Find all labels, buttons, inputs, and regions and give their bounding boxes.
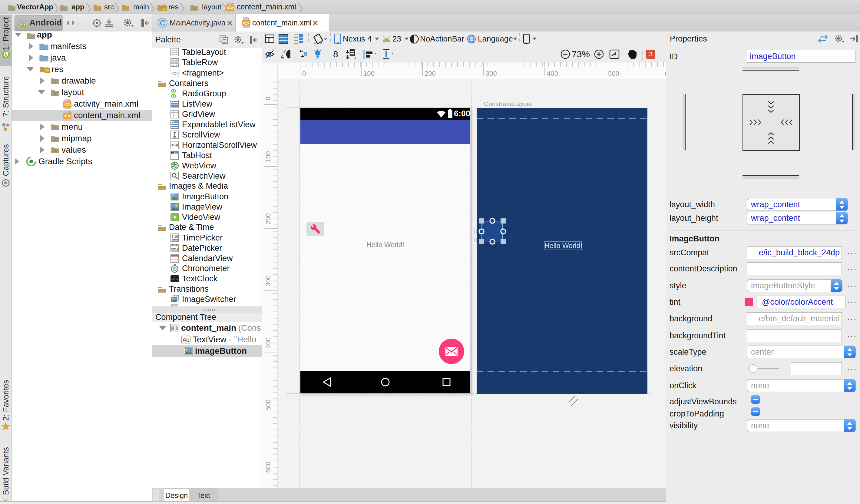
svg-text:<>: <> <box>64 113 71 119</box>
svg-text:C: C <box>160 19 165 27</box>
svg-text:8:10: 8:10 <box>171 235 178 239</box>
svg-text:<>: <> <box>64 101 71 107</box>
svg-text:2011: 2011 <box>171 247 178 251</box>
svg-text:<>: <> <box>227 4 233 11</box>
svg-text:<>: <> <box>172 71 178 76</box>
svg-text:1: 1 <box>174 268 176 271</box>
svg-text:13:31: 13:31 <box>171 277 179 281</box>
svg-text:Ab: Ab <box>182 336 189 343</box>
svg-text:<>: <> <box>243 20 249 26</box>
